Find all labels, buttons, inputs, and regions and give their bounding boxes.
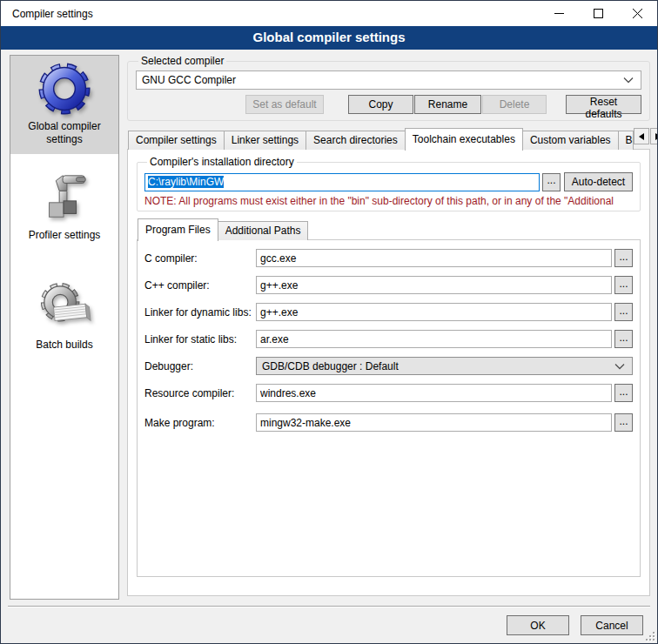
tab-scroll-left-button[interactable] bbox=[634, 128, 649, 144]
resource-compiler-browse-button[interactable]: ... bbox=[614, 384, 633, 402]
close-icon bbox=[633, 9, 642, 18]
field-row-make-program: Make program: ... bbox=[144, 413, 633, 432]
field-row-linker-static: Linker for static libs: ... bbox=[144, 330, 633, 348]
tab-compiler-settings[interactable]: Compiler settings bbox=[128, 131, 225, 150]
linker-dynamic-label: Linker for dynamic libs: bbox=[144, 306, 256, 319]
linker-static-browse-button[interactable]: ... bbox=[614, 330, 633, 348]
sidebar-item-profiler-settings[interactable]: Profiler settings bbox=[10, 164, 118, 250]
linker-static-input[interactable] bbox=[256, 330, 612, 348]
minimize-icon bbox=[554, 9, 564, 18]
sidebar-item-label: Global compiler settings bbox=[12, 120, 117, 146]
tab-scroll-arrows bbox=[633, 128, 658, 144]
field-row-resource-compiler: Resource compiler: ... bbox=[144, 384, 633, 402]
maximize-button[interactable] bbox=[579, 1, 618, 26]
install-dir-browse-button[interactable]: ... bbox=[542, 173, 561, 191]
autodetect-button[interactable]: Auto-detect bbox=[564, 172, 633, 191]
compiler-settings-dialog: Compiler settings Global compiler settin… bbox=[0, 0, 658, 644]
install-dir-group-label: Compiler's installation directory bbox=[147, 156, 297, 168]
arrow-right-icon bbox=[655, 133, 658, 140]
make-program-browse-button[interactable]: ... bbox=[614, 413, 633, 432]
make-program-input[interactable] bbox=[256, 413, 612, 432]
resource-compiler-label: Resource compiler: bbox=[144, 387, 256, 399]
cpp-compiler-input[interactable] bbox=[256, 276, 612, 294]
subtab-additional-paths[interactable]: Additional Paths bbox=[218, 221, 309, 240]
toolchain-executables-panel: Compiler's installation directory C:\ray… bbox=[127, 149, 650, 596]
selected-compiler-group-label: Selected compiler bbox=[138, 55, 226, 67]
field-row-linker-dynamic: Linker for dynamic libs: ... bbox=[144, 303, 633, 321]
sidebar-item-batch-builds[interactable]: Batch builds bbox=[10, 274, 118, 359]
main-panel: Selected compiler GNU GCC Compiler Set a… bbox=[127, 55, 650, 643]
install-dir-note: NOTE: All programs must exist either in … bbox=[144, 195, 633, 207]
subtab-program-files[interactable]: Program Files bbox=[138, 218, 218, 241]
tab-toolchain-executables[interactable]: Toolchain executables bbox=[405, 128, 523, 151]
settings-tabs: Compiler settings Linker settings Search… bbox=[127, 128, 650, 150]
delete-button[interactable]: Delete bbox=[482, 95, 547, 114]
debugger-select-value: GDB/CDB debugger : Default bbox=[262, 360, 614, 372]
compiler-select[interactable]: GNU GCC Compiler bbox=[136, 70, 641, 90]
c-compiler-browse-button[interactable]: ... bbox=[614, 249, 633, 267]
arrow-left-icon bbox=[639, 133, 644, 140]
footer-separator bbox=[8, 606, 650, 607]
resize-grip[interactable] bbox=[646, 632, 655, 641]
sidebar-item-global-compiler-settings[interactable]: Global compiler settings bbox=[10, 56, 118, 154]
linker-dynamic-input[interactable] bbox=[256, 303, 612, 321]
install-dir-selected-text: C:\raylib\MinGW bbox=[148, 176, 224, 188]
chevron-down-icon bbox=[623, 77, 634, 84]
field-row-c-compiler: C compiler: ... bbox=[144, 249, 633, 267]
copy-button[interactable]: Copy bbox=[348, 95, 413, 114]
c-compiler-input[interactable] bbox=[256, 249, 612, 267]
install-dir-row: C:\raylib\MinGW ... Auto-detect bbox=[144, 172, 633, 191]
set-as-default-button[interactable]: Set as default bbox=[245, 95, 324, 114]
compiler-actions: Set as default Copy Rename Delete Reset … bbox=[136, 95, 641, 114]
sidebar-item-label: Profiler settings bbox=[12, 229, 117, 242]
reset-defaults-button[interactable]: Reset defaults bbox=[566, 95, 641, 114]
field-row-cpp-compiler: C++ compiler: ... bbox=[144, 276, 633, 294]
maximize-icon bbox=[594, 9, 603, 18]
compiler-select-value: GNU GCC Compiler bbox=[142, 74, 623, 86]
ok-button[interactable]: OK bbox=[507, 615, 569, 635]
program-files-panel: C compiler: ... C++ compiler: ... Linker… bbox=[137, 239, 641, 577]
close-button[interactable] bbox=[618, 1, 657, 26]
debugger-label: Debugger: bbox=[144, 360, 256, 372]
blue-gear-icon bbox=[37, 62, 91, 116]
tab-custom-variables[interactable]: Custom variables bbox=[522, 131, 619, 150]
tab-scroll-right-button[interactable] bbox=[650, 128, 658, 144]
resource-compiler-input[interactable] bbox=[256, 384, 612, 402]
install-dir-input[interactable]: C:\raylib\MinGW bbox=[144, 173, 540, 191]
make-program-label: Make program: bbox=[144, 417, 256, 429]
linker-static-label: Linker for static libs: bbox=[144, 333, 256, 345]
dialog-content: Global compiler settings Profi bbox=[1, 50, 657, 643]
tab-linker-settings[interactable]: Linker settings bbox=[224, 131, 306, 150]
titlebar: Compiler settings bbox=[1, 1, 657, 26]
debugger-select[interactable]: GDB/CDB debugger : Default bbox=[256, 357, 633, 375]
tab-build-options[interactable]: Build options bbox=[618, 131, 634, 150]
gray-gear-stack-icon bbox=[37, 280, 91, 334]
program-tabs: Program Files Additional Paths bbox=[137, 218, 641, 240]
c-compiler-label: C compiler: bbox=[144, 252, 256, 265]
linker-dynamic-browse-button[interactable]: ... bbox=[614, 303, 633, 321]
sidebar-item-label: Batch builds bbox=[12, 339, 117, 352]
caption-buttons bbox=[540, 1, 657, 26]
rename-button[interactable]: Rename bbox=[414, 95, 481, 114]
footer-buttons: OK Cancel bbox=[507, 615, 643, 635]
tab-search-directories[interactable]: Search directories bbox=[306, 131, 406, 150]
cpp-compiler-label: C++ compiler: bbox=[144, 279, 256, 292]
field-row-debugger: Debugger: GDB/CDB debugger : Default bbox=[144, 357, 633, 375]
cancel-button[interactable]: Cancel bbox=[581, 615, 643, 635]
settings-category-list: Global compiler settings Profi bbox=[10, 55, 119, 600]
caliper-icon bbox=[37, 171, 91, 225]
cpp-compiler-browse-button[interactable]: ... bbox=[614, 276, 633, 294]
selected-compiler-group: Selected compiler GNU GCC Compiler Set a… bbox=[127, 55, 650, 121]
dialog-header: Global compiler settings bbox=[1, 26, 657, 50]
window-title: Compiler settings bbox=[1, 8, 93, 20]
minimize-button[interactable] bbox=[540, 1, 579, 26]
install-dir-group: Compiler's installation directory C:\ray… bbox=[137, 156, 641, 211]
chevron-down-icon bbox=[614, 363, 625, 370]
